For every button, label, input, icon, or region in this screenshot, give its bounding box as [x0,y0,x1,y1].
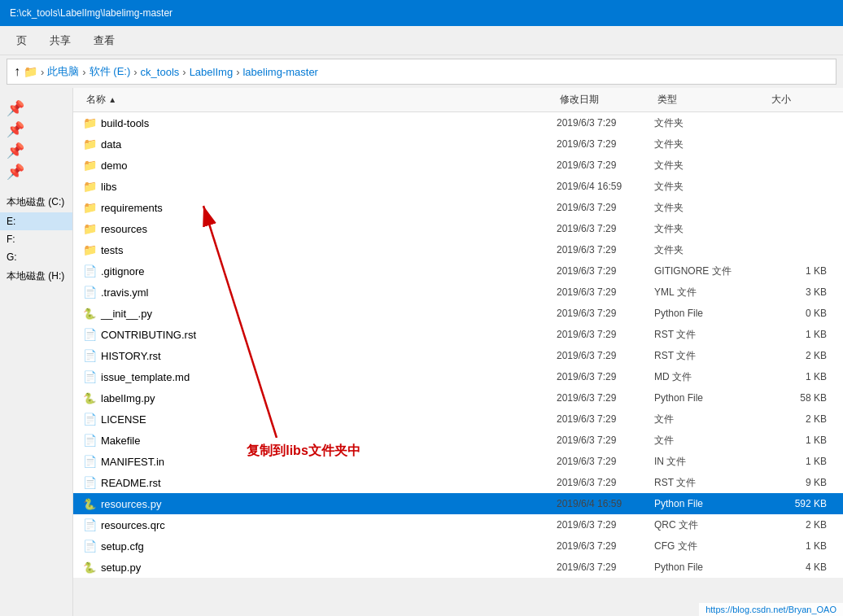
folder-icon: 📁 [83,180,96,193]
table-row[interactable]: 📁 tests 2019/6/3 7:29 文件夹 [73,239,843,260]
md-file-icon: 📄 [83,370,96,383]
file-name-cell: 📄 LICENSE [83,413,557,426]
file-size-cell: 58 KB [768,392,833,404]
file-date-cell: 2019/6/3 7:29 [557,138,654,150]
menu-item-view[interactable]: 查看 [84,28,124,53]
table-row[interactable]: 🐍 resources.py 2019/6/4 16:59 Python Fil… [73,493,843,514]
file-name-cell: 📄 .travis.yml [83,286,557,299]
python-file-icon: 🐍 [83,391,96,404]
table-row[interactable]: 📁 build-tools 2019/6/3 7:29 文件夹 [73,112,843,133]
file-type-cell: 文件夹 [654,159,768,173]
table-row[interactable]: 📄 README.rst 2019/6/3 7:29 RST 文件 9 KB [73,472,843,493]
file-icon: 📄 [83,476,96,489]
file-name-text: .gitignore [101,265,144,277]
breadcrumb: ↑ 📁 › 此电脑 › 软件 (E:) › ck_tools › LabelIm… [7,59,836,85]
table-row[interactable]: 📄 CONTRIBUTING.rst 2019/6/3 7:29 RST 文件 … [73,324,843,345]
table-row[interactable]: 📄 .gitignore 2019/6/3 7:29 GITIGNORE 文件 … [73,260,843,282]
file-name-text: issue_template.md [101,371,190,383]
table-row[interactable]: 📄 issue_template.md 2019/6/3 7:29 MD 文件 … [73,366,843,387]
file-name-text: __init__.py [101,308,152,320]
breadcrumb-cktools[interactable]: ck_tools [141,66,180,78]
file-name-cell: 📄 HISTORY.rst [83,349,557,362]
file-type-cell: QRC 文件 [654,518,768,532]
file-size-cell: 2 KB [768,519,833,531]
table-row[interactable]: 🐍 __init__.py 2019/6/3 7:29 Python File … [73,303,843,324]
file-size-cell: 2 KB [768,413,833,425]
file-name-text: tests [101,244,123,256]
file-name-cell: 📄 README.rst [83,476,557,489]
table-row[interactable]: 🐍 labelImg.py 2019/6/3 7:29 Python File … [73,387,843,408]
menu-bar: 页 共享 查看 [0,26,843,55]
file-date-cell: 2019/6/3 7:29 [557,456,654,467]
table-row[interactable]: 📄 HISTORY.rst 2019/6/3 7:29 RST 文件 2 KB [73,345,843,366]
title-bar: E:\ck_tools\LabelImg\labelimg-master [0,0,843,26]
table-row[interactable]: 📁 requirements 2019/6/3 7:29 文件夹 [73,197,843,218]
table-row[interactable]: 📄 setup.cfg 2019/6/3 7:29 CFG 文件 1 KB [73,535,843,557]
table-row[interactable]: 🐍 setup.py 2019/6/3 7:29 Python File 4 K… [73,557,843,578]
table-row[interactable]: 📄 Makefile 2019/6/3 7:29 文件 1 KB [73,430,843,451]
breadcrumb-up-icon[interactable]: ↑ [14,64,20,79]
file-type-cell: CFG 文件 [654,540,768,553]
file-icon: 📄 [83,349,96,362]
menu-item-share[interactable]: 共享 [40,28,81,53]
sidebar-pin-1: 📌 [0,98,72,119]
table-row[interactable]: 📁 resources 2019/6/3 7:29 文件夹 [73,218,843,239]
table-row[interactable]: 📁 libs 2019/6/4 16:59 文件夹 [73,176,843,197]
file-name-text: labelImg.py [101,392,155,404]
file-name-cell: 📁 data [83,138,557,151]
file-name-text: HISTORY.rst [101,350,161,362]
file-list-area: 名称 ▲ 修改日期 类型 大小 📁 build-tools 2019/6/3 7… [73,88,843,578]
col-type[interactable]: 类型 [654,91,768,108]
python-file-icon: 🐍 [83,561,96,574]
file-size-cell: 1 KB [768,329,833,340]
file-type-cell: Python File [654,561,768,573]
file-name-text: MANIFEST.in [101,456,164,468]
file-icon: 📄 [83,328,96,341]
col-date[interactable]: 修改日期 [557,91,654,108]
file-name-cell: 🐍 __init__.py [83,307,557,320]
python-file-icon: 🐍 [83,497,96,510]
table-row[interactable]: 📄 MANIFEST.in 2019/6/3 7:29 IN 文件 1 KB [73,451,843,472]
file-icon: 📄 [83,540,96,553]
table-row[interactable]: 📁 demo 2019/6/3 7:29 文件夹 [73,155,843,176]
file-size-cell: 1 KB [768,371,833,382]
file-type-cell: 文件夹 [654,116,768,130]
sidebar-pin-2: 📌 [0,119,72,140]
table-row[interactable]: 📄 resources.qrc 2019/6/3 7:29 QRC 文件 2 K… [73,514,843,535]
file-icon: 📄 [83,518,96,531]
file-type-cell: IN 文件 [654,455,768,469]
table-row[interactable]: 📄 .travis.yml 2019/6/3 7:29 YML 文件 3 KB [73,282,843,303]
file-name-cell: 📄 resources.qrc [83,518,557,531]
file-date-cell: 2019/6/3 7:29 [557,202,654,213]
file-icon: 📄 [83,264,96,277]
sidebar-item-g[interactable]: G: [0,248,72,266]
breadcrumb-labelimg[interactable]: LabelImg [190,66,233,78]
col-size[interactable]: 大小 [768,91,833,108]
file-size-cell: 1 KB [768,456,833,467]
file-name-cell: 📄 issue_template.md [83,370,557,383]
file-date-cell: 2019/6/3 7:29 [557,308,654,319]
sidebar-item-h[interactable]: 本地磁盘 (H:) [0,266,72,286]
file-name-text: demo [101,159,128,172]
col-name[interactable]: 名称 ▲ [83,91,557,108]
file-name-text: setup.cfg [101,540,144,553]
sidebar-item-e[interactable]: E: [0,212,72,230]
file-name-text: README.rst [101,477,161,489]
folder-icon: 📁 [83,138,96,151]
file-name-text: resources.py [101,498,161,510]
file-size-cell: 1 KB [768,540,833,552]
sidebar-item-f[interactable]: F: [0,230,72,248]
table-row[interactable]: 📄 LICENSE 2019/6/3 7:29 文件 2 KB [73,408,843,430]
breadcrumb-pc[interactable]: 此电脑 [47,64,79,79]
breadcrumb-drive[interactable]: 软件 (E:) [90,64,131,79]
status-text: https://blog.csdn.net/Bryan_OAO [705,605,836,614]
file-type-cell: RST 文件 [654,328,768,342]
breadcrumb-master[interactable]: labelimg-master [242,66,317,78]
file-name-cell: 📁 demo [83,159,557,172]
file-type-cell: 文件 [654,434,768,448]
sidebar-item-c[interactable]: 本地磁盘 (C:) [0,192,72,212]
menu-item-page[interactable]: 页 [7,28,37,53]
file-date-cell: 2019/6/3 7:29 [557,477,654,488]
file-date-cell: 2019/6/3 7:29 [557,159,654,171]
table-row[interactable]: 📁 data 2019/6/3 7:29 文件夹 [73,133,843,155]
